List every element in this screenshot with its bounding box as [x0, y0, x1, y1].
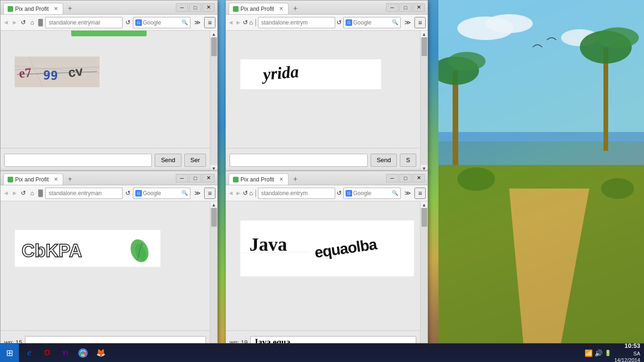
reload-btn2-2[interactable]: ↺ [337, 17, 342, 28]
forward-btn-1[interactable]: ► [11, 17, 19, 28]
tab-close-3[interactable]: ✕ [52, 176, 59, 183]
tab-close-4[interactable]: ✕ [278, 176, 284, 183]
captcha-input-1[interactable] [4, 154, 152, 167]
reload-btn-1[interactable]: ↺ [20, 17, 27, 28]
address-input-2[interactable] [258, 17, 335, 28]
home-btn-1[interactable]: ⌂ [29, 17, 36, 28]
extensions-btn-2[interactable]: ≫ [402, 17, 413, 28]
scroll-up-2[interactable]: ▲ [421, 31, 428, 37]
tab-4[interactable]: Pix and Profit ✕ [229, 173, 289, 185]
search-box-4: G 🔍 [343, 188, 401, 199]
send2-btn-1[interactable]: Ser [184, 154, 206, 167]
scroll-thumb-1[interactable] [211, 37, 217, 56]
scroll-track-2[interactable] [421, 37, 428, 165]
tab-3[interactable]: Pix and Profit ✕ [3, 173, 63, 185]
page-content-4: Java equaolba wn: 19 Java equa ▲ ▼ ◄ ► [226, 201, 428, 362]
minimize-btn-4[interactable]: ─ [386, 174, 398, 182]
menu-btn-1[interactable]: ≡ [204, 17, 215, 28]
scroll-up-1[interactable]: ▲ [211, 31, 217, 37]
svg-text:CbKPA: CbKPA [22, 241, 82, 261]
search-mag-icon-4[interactable]: 🔍 [392, 190, 398, 196]
minimize-btn-2[interactable]: ─ [386, 3, 398, 12]
back-btn-2[interactable]: ◄ [228, 17, 234, 28]
maximize-btn-1[interactable]: □ [189, 3, 201, 12]
extensions-btn-1[interactable]: ≫ [192, 17, 203, 28]
new-tab-btn-2[interactable]: + [289, 3, 301, 14]
tab-close-2[interactable]: ✕ [278, 6, 284, 12]
send2-btn-2[interactable]: S [400, 154, 416, 167]
svg-point-9 [448, 52, 486, 71]
tab-2[interactable]: Pix and Profit ✕ [229, 3, 289, 14]
back-btn-4[interactable]: ◄ [228, 188, 234, 199]
search-input-4[interactable] [353, 190, 391, 197]
reload-btn2-4[interactable]: ↺ [337, 188, 342, 199]
address-input-4[interactable] [258, 188, 335, 199]
scroll-track-3[interactable] [210, 208, 217, 355]
forward-btn-4[interactable]: ► [235, 188, 241, 199]
maximize-btn-3[interactable]: □ [189, 174, 201, 182]
search-input-2[interactable] [353, 19, 391, 26]
scroll-track-4[interactable] [421, 208, 428, 355]
home-btn-2[interactable]: ⌂ [249, 17, 253, 28]
browser-window-top-right: Pix and Profit ✕ + ─ □ ✕ ◄ ► ↺ ⌂ ↺ G 🔍 ≫… [225, 0, 428, 172]
close-btn-4[interactable]: ✕ [413, 174, 425, 182]
tab-favicon-3 [8, 177, 13, 182]
reload-btn2-3[interactable]: ↺ [124, 188, 132, 199]
opera-icon[interactable]: O [39, 345, 56, 362]
home-btn-3[interactable]: ⌂ [29, 188, 36, 199]
tab-close-1[interactable]: ✕ [52, 6, 59, 12]
extensions-btn-3[interactable]: ≫ [192, 188, 203, 199]
menu-btn-4[interactable]: ≡ [414, 188, 426, 199]
forward-btn-3[interactable]: ► [11, 188, 19, 199]
minimize-btn-3[interactable]: ─ [176, 174, 188, 182]
reload-btn2-1[interactable]: ↺ [124, 17, 132, 28]
close-btn-3[interactable]: ✕ [202, 174, 215, 182]
new-tab-btn-1[interactable]: + [64, 3, 75, 14]
scrollbar-right-2[interactable]: ▲ ▼ [420, 31, 428, 172]
maximize-btn-2[interactable]: □ [399, 3, 412, 12]
search-mag-icon-1[interactable]: 🔍 [182, 19, 188, 25]
send-btn-2[interactable]: Send [371, 154, 397, 167]
maximize-btn-4[interactable]: □ [399, 174, 412, 182]
new-tab-btn-4[interactable]: + [289, 173, 301, 185]
scrollbar-right-1[interactable]: ▲ ▼ [210, 31, 217, 172]
search-mag-icon-3[interactable]: 🔍 [182, 190, 188, 196]
menu-btn-3[interactable]: ≡ [204, 188, 215, 199]
start-button[interactable]: ⊞ [0, 344, 19, 362]
close-btn-1[interactable]: ✕ [202, 3, 215, 12]
firefox-icon[interactable]: 🦊 [92, 345, 109, 362]
scroll-up-4[interactable]: ▲ [421, 201, 428, 208]
tab-1[interactable]: Pix and Profit ✕ [3, 3, 63, 14]
search-input-1[interactable] [143, 19, 181, 26]
home-btn-4[interactable]: ⌂ [249, 188, 253, 199]
close-btn-2[interactable]: ✕ [413, 3, 425, 12]
forward-btn-2[interactable]: ► [235, 17, 241, 28]
minimize-btn-1[interactable]: ─ [176, 3, 188, 12]
captcha-input-2[interactable] [230, 154, 368, 167]
scroll-thumb-4[interactable] [421, 208, 427, 227]
ie-icon[interactable]: e [21, 345, 38, 362]
chrome-icon[interactable] [74, 345, 91, 362]
send-btn-1[interactable]: Send [155, 154, 181, 167]
scroll-thumb-3[interactable] [211, 208, 217, 227]
scrollbar-right-3[interactable]: ▲ ▼ [210, 201, 217, 362]
scroll-thumb-2[interactable] [421, 37, 427, 56]
back-btn-3[interactable]: ◄ [2, 188, 10, 199]
reload-btn-2[interactable]: ↺ [243, 17, 248, 28]
address-input-1[interactable] [45, 17, 123, 28]
extensions-btn-4[interactable]: ≫ [402, 188, 413, 199]
captcha-svg-4: Java equaolba [240, 220, 414, 277]
title-bar-3: Pix and Profit ✕ + ─ □ ✕ [0, 171, 217, 185]
reload-btn-3[interactable]: ↺ [20, 188, 27, 199]
scroll-up-3[interactable]: ▲ [211, 201, 217, 208]
yahoo-icon[interactable]: Y! [57, 345, 74, 362]
menu-btn-2[interactable]: ≡ [414, 17, 426, 28]
scrollbar-right-4[interactable]: ▲ ▼ [420, 201, 428, 362]
back-btn-1[interactable]: ◄ [2, 17, 10, 28]
new-tab-btn-3[interactable]: + [64, 173, 75, 185]
scroll-track-1[interactable] [210, 37, 217, 165]
search-mag-icon-2[interactable]: 🔍 [392, 19, 398, 25]
reload-btn-4[interactable]: ↺ [243, 188, 248, 199]
search-input-3[interactable] [143, 190, 181, 197]
address-input-3[interactable] [45, 188, 123, 199]
